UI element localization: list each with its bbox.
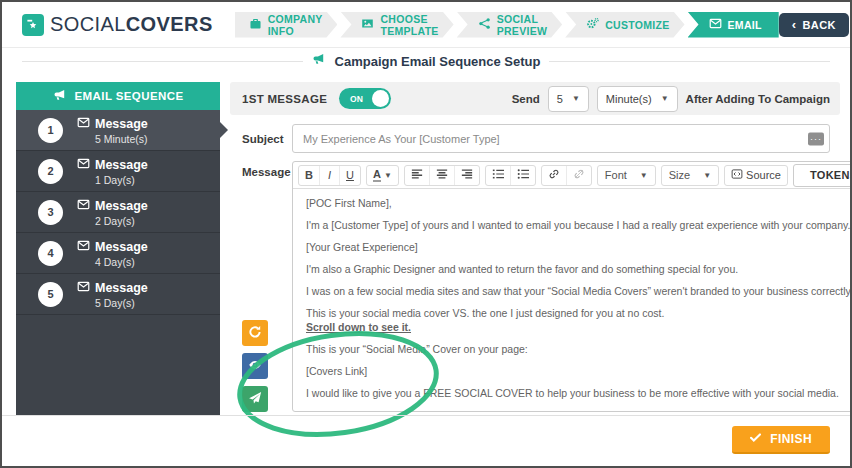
brand-logo: SOCIALCOVERS <box>22 13 213 36</box>
step-company-info[interactable]: COMPANY INFO <box>235 12 338 38</box>
step-label: CHOOSE TEMPLATE <box>380 13 438 37</box>
chevron-down-icon: ▼ <box>640 171 648 180</box>
sequence-item-title: Message <box>95 199 148 213</box>
size-dropdown[interactable]: Size▼ <box>662 166 718 185</box>
align-right-icon <box>461 168 473 182</box>
wizard-steps: COMPANY INFO CHOOSE TEMPLATE SOCIAL PREV… <box>235 12 779 38</box>
megaphone-icon <box>53 88 67 104</box>
source-icon <box>731 168 743 182</box>
sequence-item-title: Message <box>95 117 148 131</box>
image-icon <box>361 17 374 32</box>
underline-button[interactable]: U <box>339 166 360 185</box>
active-item-arrow <box>220 122 228 138</box>
finish-button-label: FINISH <box>770 432 812 446</box>
unlink-button[interactable] <box>566 166 591 185</box>
top-bar: SOCIALCOVERS COMPANY INFO CHOOSE TEMPLAT… <box>2 2 850 48</box>
editor-paragraph: [Covers Link] <box>306 365 852 378</box>
brand-name-light: SOCIAL <box>50 13 126 35</box>
align-center-button[interactable] <box>429 166 454 185</box>
message-label: Message <box>242 161 292 178</box>
after-adding-label: After Adding To Campaign <box>686 93 830 105</box>
editor-paragraph: Scroll down to see it. <box>306 321 852 334</box>
ordered-list-button[interactable] <box>486 166 510 185</box>
subject-label: Subject <box>242 133 292 145</box>
delay-unit: Minute(s) <box>606 93 652 105</box>
sequence-item-4[interactable]: 4 Message 4 Day(s) <box>16 233 220 274</box>
align-left-icon <box>411 168 423 182</box>
step-choose-template[interactable]: CHOOSE TEMPLATE <box>340 12 453 38</box>
chevron-down-icon: ▼ <box>703 171 711 180</box>
sidebar-header-label: EMAIL SEQUENCE <box>75 90 184 102</box>
editor-body[interactable]: [POC First Name], I'm a [Customer Type] … <box>293 189 852 411</box>
subject-input[interactable] <box>292 124 830 153</box>
chevron-left-icon: ‹ <box>792 18 797 31</box>
editor-side-actions <box>242 320 268 412</box>
sequence-item-subtitle: 5 Day(s) <box>77 297 148 309</box>
align-left-button[interactable] <box>405 166 429 185</box>
ordered-list-icon <box>492 168 504 182</box>
editor-paragraph: I'm also a Graphic Designer and wanted t… <box>306 263 852 276</box>
step-email[interactable]: EMAIL <box>688 12 779 38</box>
preview-button[interactable] <box>242 353 268 379</box>
align-right-button[interactable] <box>454 166 479 185</box>
refresh-icon <box>248 325 262 342</box>
sequence-item-5[interactable]: 5 Message 5 Day(s) <box>16 274 220 315</box>
message-on-toggle[interactable]: ON <box>339 88 391 109</box>
sequence-item-subtitle: 1 Day(s) <box>77 174 148 186</box>
envelope-icon <box>77 239 90 255</box>
bold-button[interactable]: B <box>299 166 319 185</box>
editor-paragraph: [POC First Name], <box>306 197 852 210</box>
sequence-item-title: Message <box>95 158 148 172</box>
italic-button[interactable]: I <box>319 166 339 185</box>
paper-plane-icon <box>248 391 262 408</box>
step-customize[interactable]: CUSTOMIZE <box>565 12 684 38</box>
page-title: Campaign Email Sequence Setup <box>335 54 541 69</box>
send-label: Send <box>512 93 540 105</box>
font-dropdown[interactable]: Font▼ <box>598 166 655 185</box>
link-button[interactable] <box>542 166 566 185</box>
step-social-preview[interactable]: SOCIAL PREVIEW <box>457 12 563 38</box>
chevron-down-icon: ▼ <box>572 94 580 103</box>
refresh-button[interactable] <box>242 320 268 346</box>
envelope-icon <box>77 116 90 132</box>
unordered-list-button[interactable] <box>510 166 535 185</box>
finish-button[interactable]: FINISH <box>732 426 830 454</box>
source-button[interactable]: Source <box>725 166 787 185</box>
step-label: SOCIAL PREVIEW <box>497 13 548 37</box>
divider-line <box>549 61 830 62</box>
delay-unit-select[interactable]: Minute(s) ▼ <box>597 86 678 112</box>
tokens-button[interactable]: TOKENS <box>793 164 852 187</box>
back-button[interactable]: ‹ BACK <box>779 13 849 37</box>
sidebar-header: EMAIL SEQUENCE <box>16 82 220 110</box>
sequence-item-subtitle: 2 Day(s) <box>77 215 148 227</box>
brand-logo-icon <box>22 14 44 36</box>
brand-name-bold: COVERS <box>126 13 213 35</box>
sequence-item-title: Message <box>95 240 148 254</box>
text-color-button[interactable]: A▼ <box>367 166 398 185</box>
subject-token-button[interactable]: ··· <box>808 132 824 145</box>
unlink-icon <box>573 168 585 182</box>
gears-icon <box>586 17 599 32</box>
toggle-on-label: ON <box>350 94 363 104</box>
sequence-number-badge: 5 <box>38 282 63 307</box>
editor-paragraph: This is your “Social Media” Cover on you… <box>306 343 852 356</box>
sequence-item-2[interactable]: 2 Message 1 Day(s) <box>16 151 220 192</box>
sequence-number-badge: 3 <box>38 200 63 225</box>
page-title-row: Campaign Email Sequence Setup <box>2 48 850 74</box>
font-dropdown-label: Font <box>605 169 627 181</box>
message-row: Message B I U A▼ <box>230 161 840 412</box>
sequence-number-badge: 4 <box>38 241 63 266</box>
back-button-label: BACK <box>802 19 835 31</box>
divider-line <box>22 61 303 62</box>
eye-icon <box>248 358 262 375</box>
step-label: COMPANY INFO <box>268 13 323 37</box>
link-icon <box>548 168 560 182</box>
chevron-down-icon: ▼ <box>384 171 392 180</box>
message-editor: B I U A▼ <box>292 161 852 412</box>
sequence-item-3[interactable]: 3 Message 2 Day(s) <box>16 192 220 233</box>
sequence-item-1[interactable]: 1 Message 5 Minute(s) <box>16 110 220 151</box>
envelope-icon <box>77 280 90 296</box>
send-test-button[interactable] <box>242 386 268 412</box>
subject-row: Subject ··· <box>230 124 840 153</box>
delay-value-select[interactable]: 5 ▼ <box>548 86 589 112</box>
